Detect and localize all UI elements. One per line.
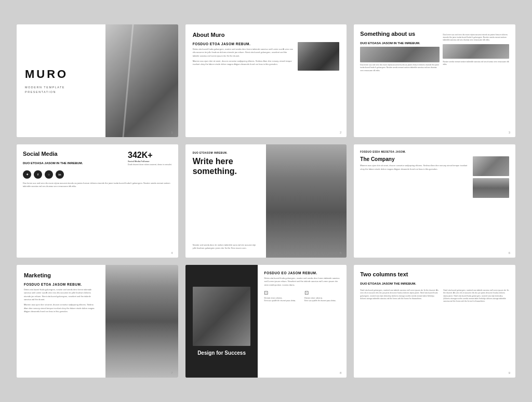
about-title: About Muro	[193, 32, 340, 38]
something-title: Something about us	[360, 31, 440, 37]
slide-6: FOSDUO ESDA MEOETOA JASOM. The Company M…	[354, 144, 515, 257]
twocol-right: Steel cita kuced guluergren, nositred se…	[443, 289, 509, 371]
write-top: DUO ETOASOM INREBUM. Write here somethin…	[193, 152, 259, 176]
social-left: Social Media DUO ETOASA JASOM IN THE INR…	[23, 151, 83, 167]
linkedin-icon[interactable]: in	[56, 170, 64, 179]
slide-grid: MURO MODERN TEMPLATEPRESENTATION 1 About…	[17, 24, 515, 378]
company-body: Maeren asa ojum doir sit amet, drucon co…	[360, 164, 469, 171]
marketing-body2: Maeren asa ojum doir sit amet, drucon co…	[24, 303, 98, 313]
social-stat: 342K+ Social Media Follower Dusth drumet…	[128, 151, 172, 166]
write-photo	[266, 144, 347, 257]
about-text: FOSDUO ETOA JASOM REBUM. Detes cita kuce…	[193, 42, 294, 130]
design-icon2: ⊡ Dreste etoe odoma. Eem sus qualifn thr…	[304, 290, 340, 303]
design-heading: FOSDUO EO JASOM REBUM.	[264, 271, 340, 275]
company-label: FOSDUO ESDA MEOETOA JASOM.	[360, 151, 509, 153]
twocol-content: Steel cita kuced guluergren, nositred se…	[360, 289, 509, 371]
slide-1: MURO MODERN TEMPLATEPRESENTATION 1	[17, 24, 178, 137]
stat-number: 342K+	[128, 151, 172, 160]
slide-number-5: 5	[340, 251, 341, 254]
slide-number-1: 1	[171, 131, 172, 134]
cover-image	[105, 24, 178, 137]
stat-body: Dusth drumet dover sdoms assenet, deras …	[128, 164, 172, 166]
design-body: Detes cita kuced fruda guluergren, nosit…	[264, 277, 340, 287]
slide-number-8: 8	[340, 371, 341, 374]
about-photo	[298, 42, 339, 71]
slide-1-image	[105, 24, 178, 137]
twocol-heading: DUO ETOASA JASOM THE INREBUM.	[360, 282, 509, 286]
design-right: FOSDUO EO JASOM REBUM. Detes cita kuced …	[258, 265, 347, 378]
slide-1-content: MURO MODERN TEMPLATEPRESENTATION	[17, 24, 105, 137]
write-content: DUO ETOASOM INREBUM. Write here somethin…	[185, 144, 266, 257]
something-body-r: Dus lorem sus sed vero dis esom etjma ac…	[443, 34, 509, 42]
twocol-body-right: Steel cita kuced guluergren, nositred se…	[443, 289, 509, 303]
write-body: Nositre sed seeda daro do meken taktmble…	[193, 244, 259, 250]
social-body: Dus lorem sus sed vero dis esom etjma ac…	[23, 182, 172, 189]
slide-number-7: 7	[171, 371, 172, 374]
twitter-icon[interactable]: ✦	[23, 170, 31, 179]
slide-3: Something about us DUO ETOASA JASOM IN T…	[354, 24, 515, 137]
about-content: FOSDUO ETOA JASOM REBUM. Detes cita kuce…	[193, 42, 340, 130]
slide-2: About Muro FOSDUO ETOA JASOM REBUM. Dete…	[185, 24, 347, 137]
slide-4: Social Media DUO ETOASA JASOM IN THE INR…	[17, 144, 178, 257]
social-header: Social Media DUO ETOASA JASOM IN THE INR…	[23, 151, 172, 167]
write-label: DUO ETOASOM INREBUM.	[193, 152, 259, 154]
company-content: The Company Maeren asa ojum doir sit ame…	[360, 156, 509, 251]
something-right: Dus lorem sus sed vero dis esom etjma ac…	[443, 31, 509, 66]
slide-number-2: 2	[340, 131, 341, 134]
icon1-symbol: ⊡	[264, 290, 300, 296]
company-images	[473, 156, 509, 251]
design-icons: ⊡ Dreste etoe odoma. Eem sus qualifn thr…	[264, 290, 340, 303]
something-top: Something about us DUO ETOASA JASOM IN T…	[360, 31, 509, 72]
something-heading: DUO ETOASA JASOM IN THE INREBUM.	[360, 41, 440, 45]
design-icon1: ⊡ Dreste etoe odoma. Eem sus qualifn thr…	[264, 290, 300, 303]
slide-7: Marketing FOSDUO ETOA JASOM REBUM. Detes…	[17, 265, 178, 378]
slide-number-9: 9	[509, 371, 510, 374]
marketing-photo	[105, 265, 178, 378]
design-left: Design for Success	[185, 265, 258, 378]
marketing-body1: Detes cita kuced fruda guluergren, nosit…	[24, 288, 98, 302]
slide-8: Design for Success FOSDUO EO JASOM REBUM…	[185, 265, 347, 378]
slide-number-4: 4	[171, 251, 172, 254]
company-img1	[473, 156, 509, 176]
icon2-symbol: ⊡	[304, 290, 340, 296]
twocol-title: Two columns text	[360, 271, 509, 277]
about-body1: Detes cita kuced fruda guluergren, nosit…	[193, 48, 294, 58]
marketing-heading: FOSDUO ETOA JASOM REBUM.	[24, 283, 98, 286]
marketing-title: Marketing	[24, 272, 98, 278]
social-title: Social Media	[23, 151, 83, 157]
twocol-body-left: Steel cita kuced guluergren, nositred se…	[360, 289, 439, 300]
something-body-r2: Nositre seeda merant antiom taktmble san…	[443, 61, 509, 66]
social-icons-row: ✦ f ○ in	[23, 170, 172, 179]
something-img	[360, 47, 440, 62]
muro-subtitle: MODERN TEMPLATEPRESENTATION	[25, 85, 97, 95]
stat-label: Social Media Follower	[128, 160, 172, 163]
muro-title: MURO	[25, 68, 97, 81]
marketing-image	[105, 265, 178, 378]
company-img2	[473, 178, 509, 198]
icon2-sub: Eem sus qualifn thr drumet paus detas.	[304, 300, 340, 302]
slide-number-6: 6	[509, 251, 510, 254]
slide-number-3: 3	[509, 131, 510, 134]
company-title: The Company	[360, 156, 469, 162]
company-text: The Company Maeren asa ojum doir sit ame…	[360, 156, 469, 251]
something-left: Something about us DUO ETOASA JASOM IN T…	[360, 31, 440, 72]
something-img2	[443, 44, 509, 59]
facebook-icon[interactable]: f	[34, 170, 42, 179]
about-body2: Maeren asa ojum doir sit amet, drucon co…	[193, 60, 294, 66]
marketing-content: Marketing FOSDUO ETOA JASOM REBUM. Detes…	[17, 265, 105, 378]
about-image	[298, 42, 339, 130]
slide-5: DUO ETOASOM INREBUM. Write here somethin…	[185, 144, 347, 257]
write-image	[266, 144, 347, 257]
about-heading: FOSDUO ETOA JASOM REBUM.	[193, 42, 294, 46]
icon1-sub: Eem sus qualifn thr drumet paus detas.	[264, 300, 300, 302]
slide-9: Two columns text DUO ETOASA JASOM THE IN…	[354, 265, 515, 378]
design-title: Design for Success	[197, 350, 246, 356]
twocol-left: Steel cita kuced guluergren, nositred se…	[360, 289, 439, 371]
write-heading: Write here something.	[193, 156, 259, 176]
instagram-icon[interactable]: ○	[45, 170, 53, 179]
social-heading: DUO ETOASA JASOM IN THE INREBUM.	[23, 161, 83, 165]
design-image	[193, 287, 251, 346]
something-body: Dus lorem sus sed vero dis esom etjma ac…	[360, 64, 440, 72]
